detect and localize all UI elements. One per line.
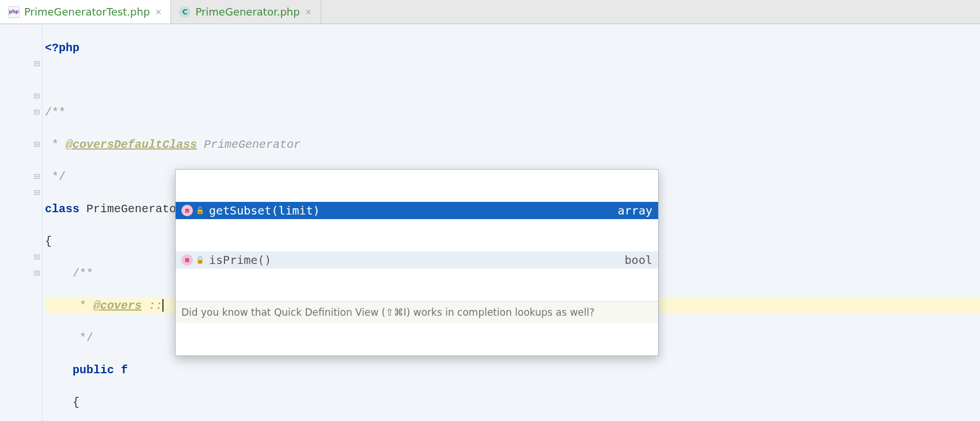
tab-label: PrimeGeneratorTest.php [24, 6, 150, 18]
fold-toggle-icon[interactable]: ⊟ [33, 189, 40, 196]
method-icon: m [181, 205, 193, 216]
tab-label: PrimeGenerator.php [195, 6, 299, 18]
completion-item-type: array [618, 202, 652, 219]
completion-item-isprime[interactable]: m 🔓 isPrime() bool [176, 251, 658, 269]
php-open-tag: <?php [45, 40, 79, 56]
tab-prime-generator[interactable]: C PrimeGenerator.php ✕ [171, 0, 321, 24]
fold-toggle-icon[interactable]: ⊟ [33, 253, 40, 260]
covers-tag: @covers [93, 298, 142, 314]
fold-toggle-icon[interactable]: ⊟ [33, 108, 40, 115]
fold-toggle-icon[interactable]: ⊟ [33, 140, 40, 147]
close-icon[interactable]: ✕ [305, 8, 313, 16]
code-editor[interactable]: <?php /** * @coversDefaultClass PrimeGen… [43, 24, 980, 421]
editor-tab-bar: php PrimeGeneratorTest.php ✕ C PrimeGene… [0, 0, 980, 24]
fold-toggle-icon[interactable]: ⊟ [33, 173, 40, 179]
docblock-open: /** [45, 105, 66, 121]
gutter: ⊟ ⊟ ⊟ ⊟ ⊟ ⊟ ⊟ ⊟ [0, 24, 43, 421]
editor-area: ⊟ ⊟ ⊟ ⊟ ⊟ ⊟ ⊟ ⊟ <?php /** * @coversDefau… [0, 24, 980, 421]
visibility-icon: 🔓 [195, 206, 204, 215]
php-test-file-icon: php [8, 6, 20, 18]
fold-toggle-icon[interactable]: ⊟ [33, 60, 40, 67]
fold-toggle-icon[interactable]: ⊟ [33, 92, 40, 99]
text-caret [162, 299, 164, 312]
completion-hint: Did you know that Quick Definition View … [176, 301, 658, 323]
docblock-close: */ [45, 169, 66, 185]
visibility-icon: 🔓 [195, 255, 204, 265]
completion-item-type: bool [625, 252, 652, 268]
tab-prime-generator-test[interactable]: php PrimeGeneratorTest.php ✕ [0, 0, 171, 24]
completion-item-label: isPrime() [209, 252, 625, 268]
class-file-icon: C [179, 6, 191, 18]
method-icon: m [181, 254, 193, 266]
fold-toggle-icon[interactable]: ⊟ [33, 269, 40, 276]
close-icon[interactable]: ✕ [154, 8, 162, 16]
covers-default-class-tag: @coversDefaultClass [66, 137, 197, 153]
completion-item-getsubset[interactable]: m 🔓 getSubset(limit) array [176, 202, 658, 219]
completion-item-label: getSubset(limit) [209, 202, 618, 219]
code-completion-popup: m 🔓 getSubset(limit) array m 🔓 isPrime()… [175, 169, 659, 356]
